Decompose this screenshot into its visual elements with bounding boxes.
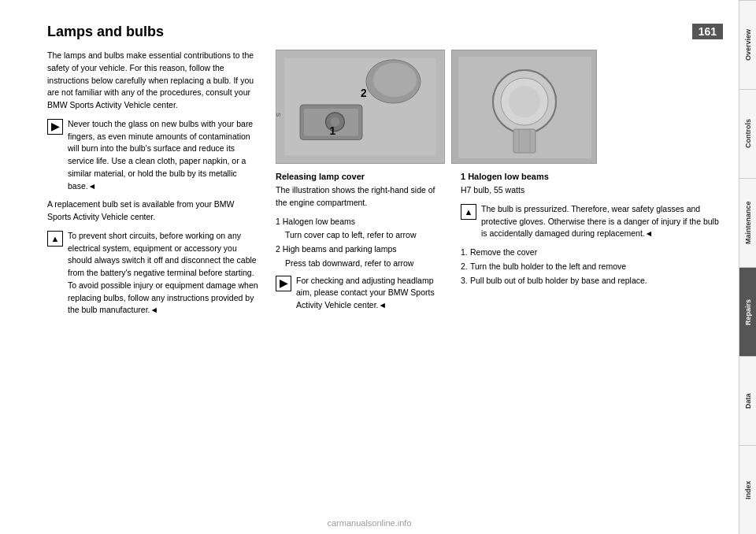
- halogen-subtitle: H7 bulb, 55 watts: [461, 184, 723, 197]
- below-images-row: Releasing lamp cover The illustration sh…: [276, 172, 723, 318]
- item-1-label: Halogen low beams: [283, 217, 355, 226]
- images-row: 2 1 S: [276, 50, 723, 164]
- note-box-2: ▶ For checking and adjusting headlamp ai…: [276, 275, 445, 312]
- svg-point-3: [373, 63, 417, 97]
- lamp-cover-desc: The illustration shows the right-hand si…: [276, 184, 445, 210]
- sidebar-tab-repairs[interactable]: Repairs: [739, 267, 756, 356]
- item-2-indent: Press tab downward, refer to arrow: [285, 258, 445, 270]
- steps-list: 1. Remove the cover 2. Turn the bulb hol…: [461, 247, 723, 287]
- lamp-cover-section: Releasing lamp cover The illustration sh…: [276, 172, 445, 318]
- main-content: Lamps and bulbs 161 The lamps and bulbs …: [0, 0, 739, 534]
- svg-text:2: 2: [361, 87, 367, 99]
- page-number-box: 161: [692, 24, 723, 39]
- step-3: 3. Pull bulb out of bulb holder by base …: [461, 275, 723, 287]
- watermark: carmanualsonline.info: [327, 518, 411, 528]
- item-2-num: 2: [276, 244, 283, 254]
- warning-text-1: To prevent short circuits, before workin…: [68, 230, 260, 317]
- step-2: 2. Turn the bulb holder to the left and …: [461, 261, 723, 273]
- step-1-num: 1.: [461, 247, 468, 259]
- warning-box-2: ▲ The bulb is pressurized. Therefore, we…: [461, 203, 723, 240]
- page-number: 161: [692, 24, 723, 39]
- page-header: Lamps and bulbs 161: [47, 24, 723, 40]
- note-text-1: Never touch the glass on new bulbs with …: [68, 118, 260, 193]
- note-arrow-icon-2: ▶: [276, 276, 291, 291]
- svg-point-16: [509, 86, 540, 117]
- replacement-paragraph: A replacement bulb set is available from…: [47, 198, 260, 224]
- warning-box-1: ▲ To prevent short circuits, before work…: [47, 230, 260, 317]
- step-1: 1. Remove the cover: [461, 247, 723, 259]
- step-2-num: 2.: [461, 261, 468, 273]
- note-box-1: ▶ Never touch the glass on new bulbs wit…: [47, 118, 260, 193]
- item-1-indent: Turn cover cap to left, refer to arrow: [285, 229, 445, 242]
- two-col-layout: The lamps and bulbs make essential contr…: [47, 50, 723, 323]
- step-2-text: Turn the bulb holder to the left and rem…: [470, 261, 626, 271]
- lamp-cover-title: Releasing lamp cover: [276, 172, 445, 181]
- svg-rect-17: [513, 129, 536, 153]
- left-column: The lamps and bulbs make essential contr…: [47, 50, 260, 323]
- warning-triangle-icon-2: ▲: [461, 204, 476, 220]
- halogen-section: 1 Halogen low beams H7 bulb, 55 watts ▲ …: [461, 172, 723, 318]
- sidebar: Overview Controls Maintenance Repairs Da…: [739, 0, 756, 534]
- item-1: 1 Halogen low beams: [276, 216, 445, 228]
- item-2-label: High beams and parking lamps: [283, 244, 397, 254]
- sidebar-tab-maintenance[interactable]: Maintenance: [739, 178, 756, 267]
- sidebar-tab-controls[interactable]: Controls: [739, 89, 756, 178]
- intro-paragraph: The lamps and bulbs make essential contr…: [47, 50, 260, 112]
- item-2: 2 High beams and parking lamps: [276, 243, 445, 256]
- sidebar-tab-overview[interactable]: Overview: [739, 0, 756, 89]
- sidebar-tab-data[interactable]: Data: [739, 356, 756, 445]
- note-text-2: For checking and adjusting headlamp aim,…: [296, 275, 445, 312]
- bulb-image: [451, 50, 597, 164]
- halogen-title: 1 Halogen low beams: [461, 172, 723, 181]
- engine-compartment-image: 2 1 S: [276, 50, 445, 164]
- warning-text-2: The bulb is pressurized. Therefore, wear…: [481, 203, 723, 240]
- lamp-items-list: 1 Halogen low beams Turn cover cap to le…: [276, 216, 445, 270]
- item-1-num: 1: [276, 217, 283, 226]
- svg-text:S: S: [276, 113, 282, 117]
- bulb-svg: [452, 50, 597, 164]
- sidebar-tab-index[interactable]: Index: [739, 445, 756, 534]
- step-3-num: 3.: [461, 275, 468, 287]
- step-1-text: Remove the cover: [470, 247, 537, 257]
- page-title: Lamps and bulbs: [47, 24, 164, 40]
- engine-svg: 2 1 S: [276, 50, 444, 163]
- svg-text:1: 1: [330, 125, 336, 137]
- step-3-text: Pull bulb out of bulb holder by base and…: [470, 276, 647, 285]
- warning-triangle-icon-1: ▲: [47, 231, 63, 247]
- note-arrow-icon-1: ▶: [47, 119, 63, 135]
- right-column: 2 1 S: [276, 50, 723, 323]
